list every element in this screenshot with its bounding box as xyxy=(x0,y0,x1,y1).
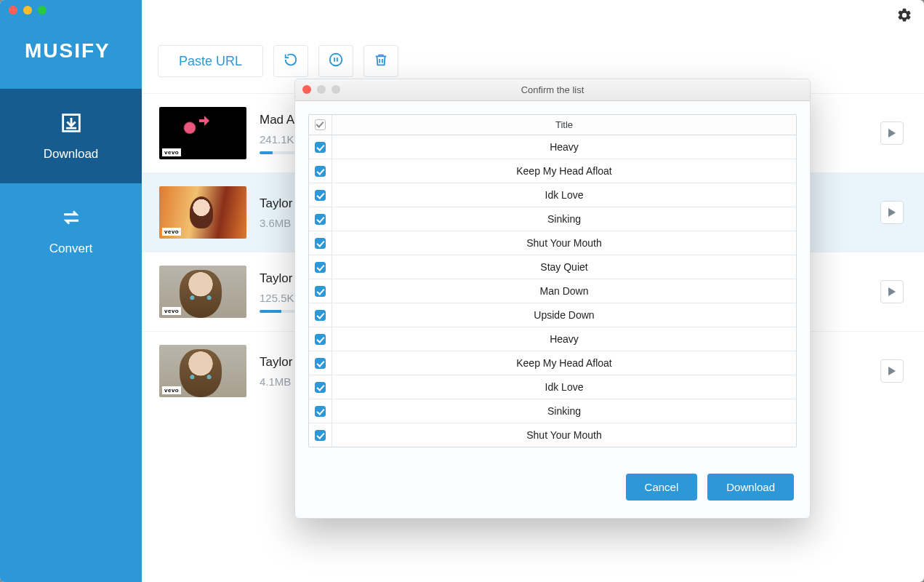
close-window-button[interactable] xyxy=(9,6,17,15)
vevo-badge: vevo xyxy=(162,148,181,156)
pause-icon xyxy=(328,52,344,71)
track-title: Sinking xyxy=(332,207,796,231)
dialog-title: Confirm the list xyxy=(521,84,584,95)
column-header-title: Title xyxy=(332,115,796,135)
video-thumbnail: vevo xyxy=(159,186,246,239)
track-checkbox[interactable] xyxy=(315,166,326,177)
track-title: Sinking xyxy=(332,399,796,423)
table-row[interactable]: Upside Down xyxy=(309,303,796,327)
table-row[interactable]: Idk Love xyxy=(309,183,796,207)
delete-button[interactable] xyxy=(363,45,398,77)
dialog-footer: Cancel Download xyxy=(295,461,810,518)
dialog-zoom-button xyxy=(332,85,340,94)
play-button[interactable] xyxy=(880,280,904,303)
track-checkbox[interactable] xyxy=(315,310,326,321)
vevo-badge: vevo xyxy=(162,307,181,315)
select-all-checkbox[interactable] xyxy=(315,119,326,130)
track-checkbox[interactable] xyxy=(315,190,326,201)
sidebar-item-convert[interactable]: Convert xyxy=(0,183,142,278)
dialog-titlebar: Confirm the list xyxy=(295,79,810,101)
track-checkbox[interactable] xyxy=(315,262,326,273)
paste-url-button[interactable]: Paste URL xyxy=(158,45,263,77)
table-row[interactable]: Idk Love xyxy=(309,375,796,399)
table-row[interactable]: Shut Your Mouth xyxy=(309,231,796,255)
table-row[interactable]: Man Down xyxy=(309,279,796,303)
table-row[interactable]: Shut Your Mouth xyxy=(309,423,796,447)
track-title: Keep My Head Afloat xyxy=(332,159,796,183)
table-row[interactable]: Sinking xyxy=(309,207,796,231)
retry-button[interactable] xyxy=(273,45,308,77)
track-title: Man Down xyxy=(332,279,796,303)
dialog-body: Title Heavy Keep My Head Afloat Idk Love… xyxy=(295,101,810,461)
track-checkbox[interactable] xyxy=(315,430,326,441)
dialog-minimize-button xyxy=(317,85,326,94)
track-title: Shut Your Mouth xyxy=(332,423,796,447)
table-row[interactable]: Heavy xyxy=(309,327,796,351)
cancel-button[interactable]: Cancel xyxy=(626,474,698,501)
track-title: Keep My Head Afloat xyxy=(332,351,796,375)
track-checkbox[interactable] xyxy=(315,334,326,345)
track-checkbox[interactable] xyxy=(315,238,326,249)
video-thumbnail: vevo xyxy=(159,266,246,318)
table-row[interactable]: Sinking xyxy=(309,399,796,423)
table-row[interactable]: Stay Quiet xyxy=(309,255,796,279)
confirm-list-dialog: Confirm the list Title Heavy Keep My Hea… xyxy=(294,79,811,519)
dialog-close-button[interactable] xyxy=(302,85,311,94)
play-button[interactable] xyxy=(880,121,904,145)
window-traffic-lights xyxy=(9,6,47,15)
track-checkbox[interactable] xyxy=(315,214,326,225)
track-title: Heavy xyxy=(332,327,796,351)
zoom-window-button[interactable] xyxy=(38,6,47,15)
track-title: Upside Down xyxy=(332,303,796,327)
sidebar-item-label: Convert xyxy=(49,242,93,256)
svg-point-0 xyxy=(330,54,342,66)
table-row[interactable]: Keep My Head Afloat xyxy=(309,351,796,375)
play-button[interactable] xyxy=(880,201,904,224)
track-title: Idk Love xyxy=(332,375,796,399)
track-title: Heavy xyxy=(332,135,796,159)
sidebar-item-label: Download xyxy=(44,147,99,162)
vevo-badge: vevo xyxy=(162,386,181,394)
track-checkbox[interactable] xyxy=(315,406,326,417)
track-checkbox[interactable] xyxy=(315,286,326,297)
sidebar-item-download[interactable]: Download xyxy=(0,89,142,183)
track-title: Idk Love xyxy=(332,183,796,207)
brand-logo: MUSIFY xyxy=(0,29,142,89)
table-row[interactable]: Keep My Head Afloat xyxy=(309,159,796,183)
video-thumbnail: vevo xyxy=(159,107,246,159)
pause-button[interactable] xyxy=(318,45,353,77)
table-row[interactable]: Heavy xyxy=(309,135,796,159)
app-window: MUSIFY Download Convert Paste URL vevo M… xyxy=(0,0,924,582)
track-table: Title Heavy Keep My Head Afloat Idk Love… xyxy=(308,114,797,447)
track-checkbox[interactable] xyxy=(315,142,326,153)
table-body[interactable]: Heavy Keep My Head Afloat Idk Love Sinki… xyxy=(309,135,796,447)
track-checkbox[interactable] xyxy=(315,382,326,393)
vevo-badge: vevo xyxy=(162,228,181,236)
convert-icon xyxy=(59,205,84,233)
undo-icon xyxy=(283,52,299,71)
table-header: Title xyxy=(309,115,796,135)
trash-icon xyxy=(373,52,389,71)
track-title: Shut Your Mouth xyxy=(332,231,796,255)
minimize-window-button[interactable] xyxy=(23,6,32,15)
download-button[interactable]: Download xyxy=(707,474,794,501)
download-icon xyxy=(59,111,84,138)
sidebar: MUSIFY Download Convert xyxy=(0,0,142,582)
track-title: Stay Quiet xyxy=(332,255,796,279)
track-checkbox[interactable] xyxy=(315,358,326,369)
settings-button[interactable] xyxy=(896,7,912,23)
play-button[interactable] xyxy=(880,359,904,383)
video-thumbnail: vevo xyxy=(159,345,246,397)
